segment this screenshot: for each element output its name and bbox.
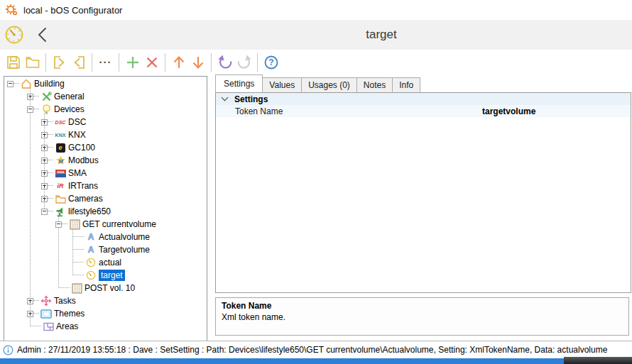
tree-item-label: DSC [68, 117, 86, 127]
move-down-button[interactable] [188, 53, 207, 72]
tree-item-label: Actualvolume [99, 232, 150, 242]
tree-item-lifestyle650[interactable]: lifestyle650 [4, 205, 207, 218]
collapse-icon[interactable] [7, 81, 13, 87]
tab-values[interactable]: Values [262, 77, 302, 92]
window-title: local - bOS Configurator [23, 5, 122, 16]
property-description-panel: Token Name Xml token name. [215, 297, 629, 336]
table-icon [69, 219, 80, 230]
back-button[interactable] [36, 26, 53, 43]
tree-item-label: actual [99, 258, 121, 268]
tree-item-devices[interactable]: Devices [4, 103, 207, 116]
expand-icon[interactable] [27, 311, 33, 317]
tab-settings[interactable]: Settings [215, 75, 263, 92]
tab-info[interactable]: Info [392, 77, 420, 92]
tree-connector [48, 147, 53, 148]
sma-logo-icon: SMA [55, 167, 66, 179]
tab-notes[interactable]: Notes [356, 77, 393, 92]
collapse-icon[interactable] [27, 106, 33, 113]
page-title: target [366, 28, 396, 42]
tree-item-actual[interactable]: actual [4, 256, 207, 269]
expand-icon[interactable] [41, 183, 48, 189]
add-button[interactable] [123, 53, 142, 72]
tree-item-post-vol-10[interactable]: POST vol. 10 [4, 282, 207, 294]
knx-logo-icon: KNX [55, 129, 66, 140]
tree-item-label: Cameras [68, 194, 103, 204]
expand-icon[interactable] [27, 94, 33, 100]
tree-item-get-currentvolume[interactable]: GET currentvolume [4, 218, 207, 231]
table-icon [71, 282, 82, 294]
collapse-icon[interactable] [55, 221, 62, 228]
tree-item-building[interactable]: Building [4, 77, 207, 90]
expand-icon[interactable] [41, 145, 48, 151]
tree-item-label: Modbus [68, 155, 99, 165]
expand-icon[interactable] [27, 298, 33, 304]
save-button[interactable] [4, 53, 23, 72]
collapse-icon[interactable] [41, 209, 48, 215]
tree-item-label: General [54, 92, 85, 101]
tree-connector [58, 287, 70, 289]
delete-button[interactable] [142, 53, 161, 72]
tree-item-modbus[interactable]: M Modbus [4, 154, 207, 167]
expand-icon[interactable] [41, 119, 48, 126]
tree-item-label: Devices [54, 104, 85, 114]
expand-icon[interactable] [41, 132, 48, 138]
tree-connector [72, 275, 84, 276]
help-button[interactable]: ? [261, 53, 280, 72]
device-tree-panel: Building General Devices DSC DS [4, 76, 207, 341]
tree-item-actualvolume[interactable]: A Actualvolume [4, 231, 207, 243]
tree-item-cameras[interactable]: Cameras [4, 192, 207, 205]
text-a-icon: A [85, 244, 97, 255]
import-button[interactable] [69, 53, 88, 72]
tree-item-themes[interactable]: Themes [4, 307, 207, 320]
tree-item-label: POST vol. 10 [85, 283, 135, 293]
tree-item-irtrans[interactable]: iR IRTrans [4, 180, 207, 192]
areas-icon [43, 321, 54, 332]
gauge-icon [85, 257, 97, 268]
tree-item-knx[interactable]: KNX KNX [4, 128, 207, 141]
tree-item-target[interactable]: target [4, 269, 207, 282]
settings-grid: Settings Token Name targetvolume [215, 92, 631, 293]
tab-usages[interactable]: Usages (0) [301, 77, 357, 92]
app-logo-gears-icon [5, 4, 18, 16]
tree-connector [33, 96, 39, 97]
tree-connector [48, 160, 53, 161]
chevron-down-icon [222, 94, 229, 101]
settings-group-label: Settings [234, 94, 268, 104]
setting-value[interactable]: targetvolume [482, 106, 535, 116]
move-up-button[interactable] [169, 53, 188, 72]
property-description-text: Xml token name. [222, 312, 623, 322]
house-icon [21, 78, 32, 89]
expand-icon[interactable] [41, 158, 48, 164]
folder-icon [55, 193, 66, 204]
text-a-icon: A [85, 231, 97, 243]
settings-group-header[interactable]: Settings [216, 93, 631, 105]
tree-item-label: lifestyle650 [68, 206, 111, 216]
tree-item-general[interactable]: General [4, 90, 207, 103]
desktop-corner [564, 357, 632, 364]
status-message: Admin : 27/11/2019 13:55:18 : Dave : Set… [17, 345, 607, 355]
tree-connector [72, 262, 84, 263]
tree-item-sma[interactable]: SMA SMA [4, 167, 207, 180]
export-button[interactable] [50, 53, 69, 72]
tree-item-gc100[interactable]: e GC100 [4, 141, 207, 154]
toolbar-separator [257, 53, 258, 72]
undo-button[interactable] [215, 53, 234, 72]
speaker-icon [55, 206, 66, 217]
tree-connector [48, 134, 53, 136]
redo-button[interactable] [234, 53, 254, 72]
expand-icon[interactable] [41, 196, 48, 202]
open-folder-button[interactable] [23, 53, 42, 72]
expand-icon[interactable] [41, 170, 48, 177]
svg-text:SMA: SMA [57, 170, 65, 173]
setting-row-token-name[interactable]: Token Name targetvolume [216, 105, 631, 117]
tree-connector [48, 185, 53, 187]
tree-item-targetvolume[interactable]: A Targetvolume [4, 243, 207, 256]
detail-tabs: Settings Values Usages (0) Notes Info [215, 75, 632, 92]
tree-item-tasks[interactable]: Tasks [4, 294, 207, 307]
tools-icon [40, 91, 52, 102]
tree-item-label: Themes [54, 309, 85, 319]
tree-item-areas[interactable]: Areas [4, 320, 207, 333]
tree-connector [72, 236, 84, 238]
more-button[interactable]: ··· [96, 53, 115, 72]
tree-item-dsc[interactable]: DSC DSC [4, 116, 207, 128]
